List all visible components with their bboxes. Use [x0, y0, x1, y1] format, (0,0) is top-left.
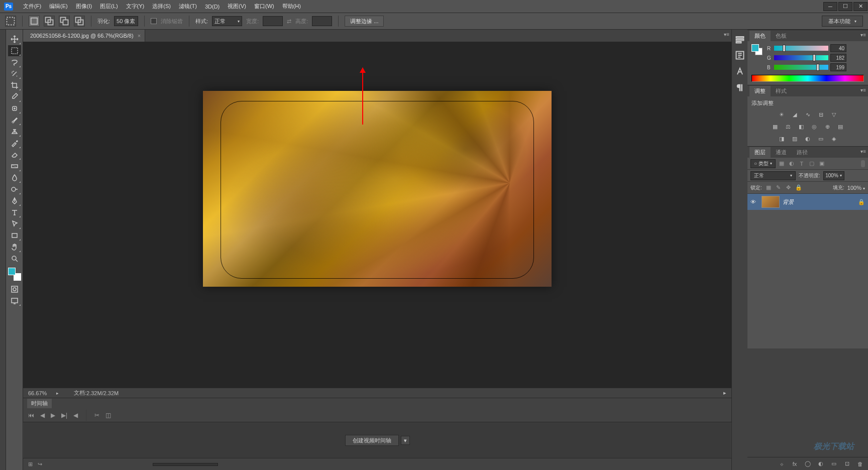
input-g[interactable] [830, 54, 846, 62]
fill-input[interactable]: 100%▾ [847, 185, 865, 191]
blend-mode-select[interactable]: 正常▾ [750, 171, 796, 180]
path-selection-tool-icon[interactable] [8, 218, 21, 229]
tab-paths[interactable]: 路径 [792, 147, 813, 158]
lock-transparency-icon[interactable]: ▦ [765, 184, 772, 191]
timeline-first-frame-icon[interactable]: ⏮ [28, 412, 34, 419]
zoom-level[interactable]: 66.67% [28, 390, 53, 396]
menu-edit[interactable]: 编辑(E) [45, 1, 72, 12]
history-panel-icon[interactable] [735, 35, 745, 44]
bw-icon[interactable]: ◧ [797, 122, 806, 131]
menu-window[interactable]: 窗口(W) [250, 1, 278, 12]
color-swatches[interactable] [751, 44, 763, 55]
layer-visibility-icon[interactable]: 👁 [750, 199, 758, 205]
selection-intersect-icon[interactable] [74, 16, 85, 27]
close-icon[interactable]: × [138, 33, 141, 39]
posterize-icon[interactable]: ▨ [790, 134, 799, 143]
tab-layers[interactable]: 图层 [749, 147, 771, 158]
marquee-tool-icon[interactable] [8, 45, 21, 56]
slider-b[interactable] [774, 65, 828, 70]
selection-subtract-icon[interactable] [59, 16, 70, 27]
panel-menu-icon[interactable]: ▾≡ [860, 149, 866, 154]
document-tab[interactable]: 2006251058-6-1200.jpg @ 66.7%(RGB/8) × [23, 30, 145, 42]
timeline-dropdown-icon[interactable]: ▾ [401, 436, 410, 445]
magic-wand-tool-icon[interactable] [8, 68, 21, 79]
timeline-transition-icon[interactable]: ◫ [105, 412, 111, 419]
timeline-tab[interactable]: 时间轴 [27, 399, 52, 408]
menu-filter[interactable]: 滤镜(T) [175, 1, 201, 12]
selection-new-icon[interactable] [29, 16, 40, 27]
character-panel-icon[interactable] [735, 67, 745, 76]
dodge-tool-icon[interactable] [8, 184, 21, 195]
rectangle-tool-icon[interactable] [8, 230, 21, 241]
filter-pixel-icon[interactable]: ▦ [778, 160, 786, 168]
timeline-convert-icon[interactable]: ↪ [38, 461, 42, 467]
layer-row-background[interactable]: 👁 背景 🔒 [747, 194, 868, 210]
color-spectrum[interactable] [751, 75, 864, 82]
foreground-swatch[interactable] [8, 268, 16, 275]
foreground-background-swatches[interactable] [8, 268, 21, 281]
layer-group-icon[interactable]: ▭ [830, 460, 838, 468]
paragraph-panel-icon[interactable] [735, 83, 745, 92]
selection-add-icon[interactable] [44, 16, 55, 27]
healing-brush-tool-icon[interactable] [8, 103, 21, 114]
menu-3d[interactable]: 3D(D) [201, 2, 224, 12]
slider-r[interactable] [774, 46, 828, 51]
color-balance-icon[interactable]: ⚖ [784, 122, 793, 131]
zoom-tool-icon[interactable] [8, 253, 21, 264]
quickmask-toggle-icon[interactable] [8, 284, 21, 295]
panel-menu-icon[interactable]: ▾≡ [860, 87, 866, 93]
timeline-zoom-slider[interactable] [153, 463, 218, 466]
levels-icon[interactable]: ◢ [790, 110, 799, 119]
gradient-tool-icon[interactable] [8, 161, 21, 172]
exposure-icon[interactable]: ⊟ [816, 110, 825, 119]
layer-mask-icon[interactable]: ◯ [804, 460, 812, 468]
filter-toggle[interactable] [861, 160, 865, 167]
brush-tool-icon[interactable] [8, 114, 21, 126]
input-b[interactable] [830, 63, 846, 71]
tab-swatches[interactable]: 色板 [771, 31, 792, 41]
eyedropper-tool-icon[interactable] [8, 91, 21, 102]
layer-fx-icon[interactable]: fx [791, 460, 799, 468]
channel-mixer-icon[interactable]: ⊕ [823, 122, 832, 131]
invert-icon[interactable]: ◨ [777, 134, 786, 143]
blur-tool-icon[interactable] [8, 172, 21, 183]
menu-help[interactable]: 帮助(H) [278, 1, 305, 12]
style-select[interactable]: 正常▾ [212, 16, 242, 26]
collapsed-panel-strip[interactable] [0, 30, 6, 470]
panel-menu-icon[interactable]: ▾≡ [860, 32, 866, 38]
timeline-next-frame-icon[interactable]: ▶| [61, 412, 67, 419]
menu-type[interactable]: 文字(Y) [122, 1, 149, 12]
menu-layer[interactable]: 图层(L) [96, 1, 122, 12]
marquee-tool-indicator-icon[interactable] [5, 16, 16, 27]
status-popup-icon[interactable]: ▸ [723, 390, 726, 396]
menu-view[interactable]: 视图(V) [224, 1, 250, 12]
feather-input[interactable] [114, 16, 138, 26]
menu-image[interactable]: 图像(I) [72, 1, 96, 12]
input-r[interactable] [830, 44, 846, 52]
tab-channels[interactable]: 通道 [771, 147, 792, 158]
eraser-tool-icon[interactable] [8, 149, 21, 160]
timeline-prev-frame-icon[interactable]: ◀ [40, 412, 45, 419]
filter-adjust-icon[interactable]: ◐ [788, 160, 796, 168]
hand-tool-icon[interactable] [8, 242, 21, 253]
link-layers-icon[interactable]: ⟐ [778, 460, 786, 468]
close-button[interactable]: ✕ [853, 2, 867, 11]
photo-filter-icon[interactable]: ◎ [810, 122, 819, 131]
minimize-button[interactable]: ─ [823, 2, 837, 11]
timeline-mute-icon[interactable]: ◀ [73, 412, 78, 419]
workspace-switcher[interactable]: 基本功能 [822, 16, 863, 27]
color-lookup-icon[interactable]: ▤ [836, 122, 845, 131]
canvas-image[interactable] [203, 91, 552, 287]
lasso-tool-icon[interactable] [8, 57, 21, 68]
lock-all-icon[interactable]: 🔒 [795, 184, 802, 191]
refine-edge-button[interactable]: 调整边缘 ... [345, 16, 384, 27]
antialias-checkbox[interactable] [151, 18, 157, 24]
history-brush-tool-icon[interactable] [8, 138, 21, 149]
selective-color-icon[interactable]: ◈ [829, 134, 838, 143]
slider-g[interactable] [774, 55, 828, 60]
lock-position-icon[interactable]: ✥ [785, 184, 792, 191]
create-video-timeline-button[interactable]: 创建视频时间轴 [345, 435, 399, 446]
gradient-map-icon[interactable]: ▭ [816, 134, 825, 143]
vibrance-icon[interactable]: ▽ [829, 110, 838, 119]
canvas-viewport[interactable] [23, 42, 731, 388]
